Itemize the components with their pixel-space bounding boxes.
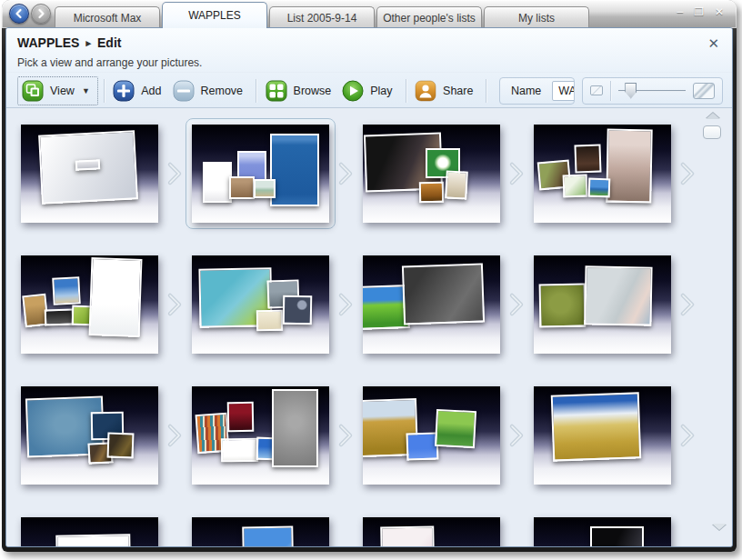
browse-icon <box>266 80 287 102</box>
grid-cell <box>534 517 671 546</box>
next-chevron-icon[interactable] <box>336 292 356 317</box>
view-teal-illustration[interactable] <box>192 255 329 354</box>
next-chevron-icon[interactable] <box>165 161 185 186</box>
remove-label: Remove <box>201 85 244 97</box>
remove-icon <box>173 80 195 102</box>
photo-card <box>402 263 485 325</box>
remove-button[interactable]: Remove <box>169 77 251 105</box>
add-label: Add <box>141 85 161 97</box>
next-chevron-icon[interactable] <box>165 423 185 448</box>
tab-wapples[interactable]: WAPPLES <box>162 2 267 28</box>
grid-cell <box>192 125 329 223</box>
tab-list-2005-9-14[interactable]: List 2005-9-14 <box>269 6 375 28</box>
grid-cell <box>363 125 500 223</box>
breadcrumb: WAPPLES ▸ Edit <box>17 35 121 50</box>
tab-my-lists[interactable]: My lists <box>484 6 589 28</box>
photo-card <box>562 175 587 198</box>
scroll-up-icon[interactable] <box>706 113 720 119</box>
back-button[interactable] <box>9 4 29 24</box>
view-windows-xp-card[interactable] <box>21 125 158 223</box>
name-group: Name <box>499 77 575 105</box>
name-label: Name <box>500 85 552 97</box>
photo-card <box>539 284 587 327</box>
play-button[interactable]: Play <box>338 77 399 105</box>
breadcrumb-action: Edit <box>97 35 121 50</box>
grid-cell <box>534 255 671 354</box>
next-chevron-icon[interactable] <box>336 161 356 186</box>
panel-close-icon[interactable]: ✕ <box>707 35 719 52</box>
view-single-field-photo[interactable] <box>534 386 671 485</box>
photo-card <box>254 179 276 198</box>
view-pink-flower[interactable] <box>363 517 500 546</box>
grid-cell <box>363 255 500 354</box>
view-portraits-white-card[interactable] <box>21 255 158 354</box>
next-chevron-icon[interactable] <box>506 423 526 448</box>
app-window: Microsoft Max WAPPLES List 2005-9-14 Oth… <box>2 0 737 552</box>
thumbnail-size-slider[interactable] <box>618 83 686 99</box>
view-dark-portrait[interactable] <box>363 125 500 223</box>
photo-card <box>75 159 101 170</box>
next-chevron-icon[interactable] <box>165 292 185 317</box>
browse-label: Browse <box>294 85 332 97</box>
share-button[interactable]: Share <box>411 77 480 105</box>
view-fantasy-collage[interactable] <box>534 125 671 223</box>
tab-other-peoples-lists[interactable]: Other people's lists <box>376 6 482 28</box>
photo-card <box>550 392 640 462</box>
photo-card <box>270 134 319 206</box>
tab-microsoft-max[interactable]: Microsoft Max <box>55 6 160 28</box>
view-field-photos[interactable] <box>363 386 500 485</box>
next-chevron-icon[interactable] <box>336 423 356 448</box>
photo-card <box>435 409 476 448</box>
app-body: WAPPLES ▸ Edit ✕ Pick a view and arrange… <box>5 27 733 547</box>
next-chevron-icon[interactable] <box>677 292 697 317</box>
slider-thumb[interactable] <box>625 83 637 99</box>
minimize-button[interactable]: – <box>677 5 683 18</box>
photo-card <box>606 129 652 204</box>
view-sunflower-sky[interactable] <box>192 517 329 546</box>
share-label: Share <box>443 85 473 97</box>
view-icon <box>22 80 44 102</box>
photo-card <box>242 525 294 546</box>
scroll-down-icon[interactable] <box>712 524 727 530</box>
view-dark-planet[interactable] <box>534 517 671 546</box>
grid-cell <box>21 517 158 546</box>
grid-cell <box>21 125 158 223</box>
zoom-divider <box>610 81 611 101</box>
arrow-right-icon <box>35 8 46 19</box>
tab-bar: Microsoft Max WAPPLES List 2005-9-14 Oth… <box>55 0 591 28</box>
grid-cell <box>192 386 329 485</box>
maximize-button[interactable]: ❐ <box>694 5 704 18</box>
photo-card <box>227 402 254 433</box>
view-blue-collage[interactable] <box>21 386 158 485</box>
photo-card <box>56 535 132 546</box>
close-button[interactable]: ✕ <box>715 5 724 18</box>
large-thumbnail-icon <box>693 83 715 99</box>
breadcrumb-arrow-icon: ▸ <box>85 37 91 49</box>
next-chevron-icon[interactable] <box>506 161 526 186</box>
view-white-frames[interactable] <box>21 517 158 546</box>
view-button[interactable]: View ▼ <box>17 76 98 105</box>
grid-cell <box>21 386 158 485</box>
name-input[interactable] <box>552 81 575 101</box>
photo-card <box>272 389 318 466</box>
photo-card <box>107 432 135 458</box>
browse-button[interactable]: Browse <box>262 77 339 105</box>
grid-cell <box>21 255 158 354</box>
photo-card <box>282 295 311 325</box>
scrollbar-thumb[interactable] <box>703 125 721 139</box>
view-landscape-grey-card[interactable] <box>363 255 500 354</box>
next-chevron-icon[interactable] <box>506 292 526 317</box>
photo-card <box>575 144 602 173</box>
photo-card <box>44 309 73 326</box>
photo-card <box>419 181 445 202</box>
forward-button[interactable] <box>31 4 51 24</box>
add-button[interactable]: Add <box>109 77 168 105</box>
grid-cell <box>534 125 671 223</box>
next-chevron-icon[interactable] <box>677 423 697 448</box>
photo-card <box>256 310 283 331</box>
view-stripes-apple-card[interactable] <box>192 386 329 485</box>
grid-cell <box>534 386 671 485</box>
view-green-anime[interactable] <box>534 255 671 354</box>
view-blue-cards[interactable] <box>192 125 329 223</box>
next-chevron-icon[interactable] <box>677 161 697 186</box>
